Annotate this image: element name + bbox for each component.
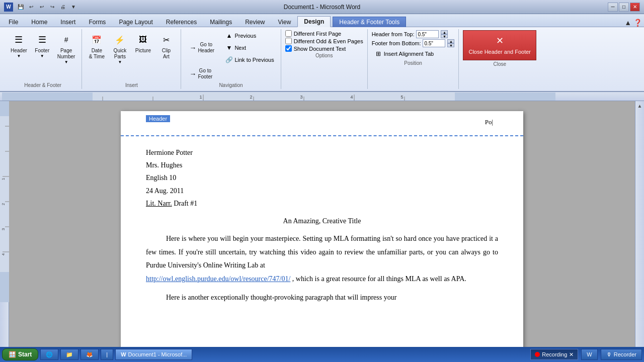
- tab-home[interactable]: Home: [25, 17, 54, 27]
- recording-item[interactable]: Recording ✕: [530, 349, 578, 360]
- taskbar-explorer-icon[interactable]: 📁: [60, 349, 78, 360]
- svg-text:4: 4: [1, 253, 6, 255]
- tab-design[interactable]: Design: [297, 16, 331, 27]
- goto-footer-button[interactable]: → Go toFooter: [185, 66, 276, 81]
- save-quick-btn[interactable]: 💾: [16, 3, 25, 12]
- para1-text: Here is where you will begin your master…: [146, 235, 498, 269]
- footer-button[interactable]: ☰ Footer ▼: [32, 30, 53, 60]
- header-icon: ☰: [11, 32, 27, 48]
- footer-label: Footer: [35, 48, 49, 54]
- recording-label: Recording: [542, 351, 567, 357]
- svg-text:4: 4: [350, 95, 353, 100]
- recording-close[interactable]: ✕: [569, 351, 574, 358]
- vertical-ruler: 1 2 3 4: [0, 101, 9, 362]
- ribbon: ☰ Header ▼ ☰ Footer ▼ # PageNumber ▼ Hea…: [0, 27, 644, 92]
- clip-art-button[interactable]: ✂ ClipArt: [155, 30, 177, 61]
- header-button[interactable]: ☰ Header ▼: [8, 30, 30, 60]
- hf-buttons: ☰ Header ▼ ☰ Footer ▼ # PageNumber ▼: [8, 30, 77, 81]
- close-btn[interactable]: ✕: [630, 3, 640, 12]
- tab-forms[interactable]: Forms: [82, 17, 112, 27]
- tab-header-footer-tools[interactable]: Header & Footer Tools: [333, 17, 406, 27]
- diff-odd-even-checkbox[interactable]: [285, 38, 292, 44]
- tab-file[interactable]: File: [2, 17, 25, 27]
- undo2-quick-btn[interactable]: ↩: [37, 3, 46, 12]
- insert-group-label: Insert: [125, 82, 138, 88]
- insert-alignment-tab-button[interactable]: ⊞ Insert Alignment Tab: [372, 48, 455, 59]
- help-btn[interactable]: ❓: [633, 19, 642, 27]
- start-button[interactable]: 🪟 Start: [2, 348, 38, 360]
- class-line: English 10: [146, 171, 498, 184]
- quick-parts-button[interactable]: ⚡ QuickParts ▼: [109, 30, 130, 66]
- word-taskbar-icon: W: [121, 351, 126, 357]
- date-line: 24 Aug. 2011: [146, 185, 498, 197]
- svg-rect-17: [0, 272, 9, 302]
- collapse-ribbon-btn[interactable]: ▲: [624, 19, 631, 27]
- svg-text:5: 5: [400, 95, 403, 100]
- goto-header-button[interactable]: → Go toHeader: [185, 30, 220, 65]
- tab-review[interactable]: Review: [238, 17, 271, 27]
- header-from-top-field: Header from Top: ▲ ▼: [372, 30, 455, 38]
- svg-text:2: 2: [250, 95, 252, 100]
- tab-page-layout[interactable]: Page Layout: [112, 17, 159, 27]
- restore-btn[interactable]: □: [619, 3, 629, 12]
- page-number-display[interactable]: Po|: [146, 116, 498, 126]
- show-doc-text-checkbox[interactable]: [285, 45, 292, 52]
- document-header[interactable]: Header Po|: [121, 111, 523, 136]
- page-number-button[interactable]: # PageNumber ▼: [55, 30, 78, 66]
- taskbar-word-item[interactable]: W Document1 - Microsof...: [115, 349, 192, 360]
- taskbar-separator: |: [101, 349, 113, 360]
- header-top-up[interactable]: ▲: [441, 30, 448, 34]
- close-header-footer-button[interactable]: ✕ Close Header and Footer: [463, 30, 536, 60]
- footer-from-bottom-field: Footer from Bottom: ▲ ▼: [372, 39, 455, 47]
- purdue-link[interactable]: http://owl.english.purdue.edu/owl/resour…: [146, 275, 290, 283]
- window-title: Document1 - Microsoft Word: [284, 4, 361, 11]
- horizontal-ruler: 1 2 3 4 5: [0, 92, 644, 101]
- link-to-prev-button[interactable]: 🔗 Link to Previous: [222, 54, 276, 65]
- header-top-down[interactable]: ▼: [441, 34, 448, 38]
- scroll-up-arrow[interactable]: ▲: [637, 103, 642, 109]
- recording-indicator: [535, 352, 540, 357]
- next-button[interactable]: ▼ Next: [222, 42, 276, 53]
- redo-quick-btn[interactable]: ↪: [48, 3, 57, 12]
- options-checkboxes: Different First Page Different Odd & Eve…: [285, 30, 363, 52]
- hf-group-label: Header & Footer: [24, 82, 61, 88]
- taskbar-ie-icon[interactable]: 🌐: [40, 349, 58, 360]
- footer-bottom-up[interactable]: ▲: [447, 39, 454, 43]
- author-line: Hermione Potter: [146, 146, 498, 159]
- footer-icon: ☰: [34, 32, 50, 48]
- undo-quick-btn[interactable]: ↩: [27, 3, 36, 12]
- tab-view[interactable]: View: [272, 17, 298, 27]
- taskbar-firefox-icon[interactable]: 🦊: [80, 349, 99, 360]
- taskbar-word-icon2[interactable]: W: [581, 349, 597, 360]
- date-time-button[interactable]: 📅 Date& Time: [86, 30, 107, 61]
- goto-header-label: Go toHeader: [198, 42, 214, 54]
- ribbon-group-options: Different First Page Different Odd & Eve…: [281, 29, 368, 89]
- document-area[interactable]: Header Po| Hermione Potter Mrs. Hughes E…: [9, 101, 635, 362]
- svg-rect-16: [0, 101, 9, 116]
- picture-button[interactable]: 🖼 Picture: [132, 30, 153, 55]
- minimize-btn[interactable]: ─: [608, 3, 618, 12]
- footer-from-bottom-input[interactable]: [423, 39, 445, 47]
- previous-button[interactable]: ▲ Previous: [222, 30, 276, 41]
- goto-footer-icon: →: [188, 69, 198, 79]
- diff-first-page-checkbox[interactable]: [285, 30, 292, 37]
- right-scrollbar[interactable]: ▲ ▼: [635, 101, 644, 362]
- assignment-line: Lit. Narr. Draft #1: [146, 197, 498, 210]
- footer-bottom-down[interactable]: ▼: [447, 43, 454, 47]
- ribbon-group-position: Header from Top: ▲ ▼ Footer from Bottom:…: [368, 29, 459, 89]
- word-app-icon: W: [4, 3, 13, 12]
- svg-rect-1: [2, 93, 93, 101]
- content-area: 1 2 3 4 Header Po| Hermione Potter Mrs. …: [0, 101, 644, 362]
- more-quick-btn[interactable]: ▼: [69, 3, 78, 12]
- tab-mailings[interactable]: Mailings: [203, 17, 238, 27]
- header-from-top-input[interactable]: [416, 30, 439, 38]
- position-group-label: Position: [404, 60, 422, 66]
- taskbar-recorder-item[interactable]: 🎙 Recorder: [601, 349, 642, 360]
- svg-text:1: 1: [199, 95, 202, 100]
- word-small-icon: W: [587, 351, 592, 357]
- tab-insert[interactable]: Insert: [54, 17, 82, 27]
- tab-references[interactable]: References: [159, 17, 203, 27]
- print-quick-btn[interactable]: 🖨: [58, 3, 67, 12]
- footer-bottom-spinner: ▲ ▼: [447, 39, 454, 47]
- recorder-icon: 🎙: [606, 351, 612, 357]
